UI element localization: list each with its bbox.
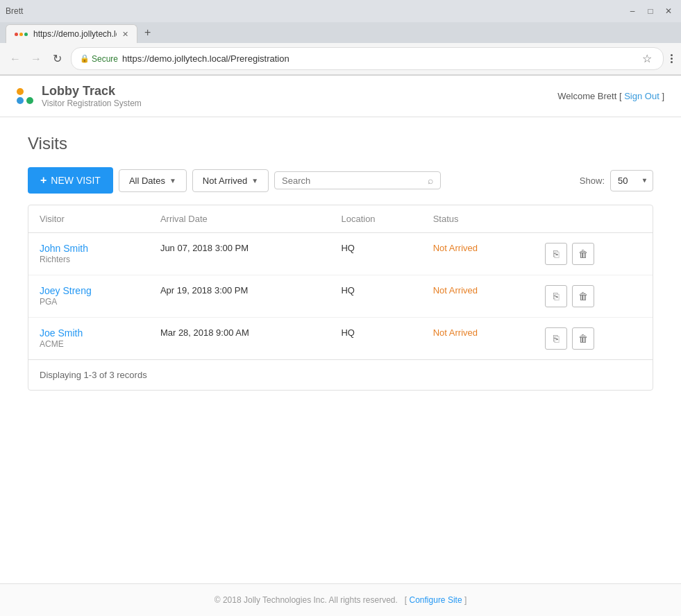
main-content: Visits + NEW VISIT All Dates ▼ Not Arriv… bbox=[0, 117, 681, 583]
location-cell: HQ bbox=[330, 275, 421, 318]
table-row: Joe Smith ACME Mar 28, 2018 9:00 AM HQ N… bbox=[28, 318, 653, 360]
visitor-company: Richters bbox=[40, 255, 70, 264]
col-header-status: Status bbox=[422, 205, 531, 233]
visitor-company: ACME bbox=[40, 339, 64, 349]
page-title: Visits bbox=[28, 134, 653, 153]
delete-button[interactable]: 🗑 bbox=[572, 327, 594, 350]
action-buttons-cell: ⎘ 🗑 bbox=[531, 233, 653, 275]
browser-chrome: Brett – □ ✕ https://demo.jollytech.lo...… bbox=[0, 0, 681, 76]
status-cell: Not Arrived bbox=[422, 275, 531, 318]
visitor-cell: Joey Streng PGA bbox=[28, 275, 149, 318]
tab-favicon bbox=[15, 33, 28, 36]
location-cell: HQ bbox=[330, 318, 421, 360]
secure-badge: 🔒 Secure bbox=[80, 54, 118, 64]
secure-label: Secure bbox=[92, 54, 118, 64]
table-body: John Smith Richters Jun 07, 2018 3:00 PM… bbox=[28, 233, 653, 360]
logo-subtitle: Visitor Registration System bbox=[42, 99, 142, 108]
arrival-date-cell: Apr 19, 2018 3:00 PM bbox=[149, 275, 330, 318]
status-cell: Not Arrived bbox=[422, 318, 531, 360]
plus-icon: + bbox=[40, 174, 47, 187]
table-header-row: Visitor Arrival Date Location Status bbox=[28, 205, 653, 233]
search-icon: ⌕ bbox=[428, 175, 433, 186]
status-badge: Not Arrived bbox=[433, 285, 478, 296]
browser-tab[interactable]: https://demo.jollytech.lo... ✕ bbox=[6, 24, 137, 43]
logo-dot-green bbox=[26, 97, 33, 104]
col-header-arrival-date: Arrival Date bbox=[149, 205, 330, 233]
logo-text: Lobby Track Visitor Registration System bbox=[42, 84, 142, 108]
app-content: Lobby Track Visitor Registration System … bbox=[0, 76, 681, 616]
back-button[interactable]: ← bbox=[6, 49, 25, 69]
table-row: John Smith Richters Jun 07, 2018 3:00 PM… bbox=[28, 233, 653, 275]
toolbar: + NEW VISIT All Dates ▼ Not Arrived ▼ ⌕ … bbox=[28, 167, 653, 194]
search-input[interactable] bbox=[282, 176, 423, 186]
show-select-wrapper: 50 25 100 ▼ bbox=[610, 170, 653, 191]
tab-bar: https://demo.jollytech.lo... ✕ + bbox=[0, 22, 681, 43]
col-header-visitor: Visitor bbox=[28, 205, 149, 233]
logo-title: Lobby Track bbox=[42, 84, 142, 99]
minimize-button[interactable]: – bbox=[625, 4, 639, 18]
copy-button[interactable]: ⎘ bbox=[545, 327, 567, 350]
welcome-suffix: ] bbox=[662, 91, 664, 101]
sign-out-link[interactable]: Sign Out bbox=[624, 91, 659, 101]
visitor-link[interactable]: John Smith bbox=[40, 243, 138, 254]
logo-dot-orange bbox=[17, 88, 24, 95]
chevron-down-icon: ▼ bbox=[169, 177, 176, 185]
address-bar: ← → ↻ 🔒 Secure https://demo.jollytech.lo… bbox=[0, 43, 681, 75]
restore-button[interactable]: □ bbox=[644, 4, 657, 18]
nav-buttons: ← → ↻ bbox=[6, 49, 67, 69]
copy-button[interactable]: ⎘ bbox=[545, 243, 567, 265]
dates-filter-label: All Dates bbox=[129, 176, 165, 186]
delete-button[interactable]: 🗑 bbox=[572, 243, 594, 265]
action-buttons-cell: ⎘ 🗑 bbox=[531, 318, 653, 360]
status-badge: Not Arrived bbox=[433, 243, 478, 253]
chevron-down-icon-status: ▼ bbox=[251, 177, 258, 185]
tab-title: https://demo.jollytech.lo... bbox=[33, 29, 117, 39]
new-tab-button[interactable]: + bbox=[137, 22, 158, 43]
browser-menu-button[interactable] bbox=[668, 51, 675, 66]
status-cell: Not Arrived bbox=[422, 233, 531, 275]
title-bar: Brett – □ ✕ bbox=[0, 0, 681, 22]
tab-close-button[interactable]: ✕ bbox=[122, 30, 128, 39]
search-box[interactable]: ⌕ bbox=[274, 171, 441, 189]
visits-table: Visitor Arrival Date Location Status Joh… bbox=[28, 205, 653, 359]
visitor-company: PGA bbox=[40, 297, 57, 307]
table-row: Joey Streng PGA Apr 19, 2018 3:00 PM HQ … bbox=[28, 275, 653, 318]
lock-icon: 🔒 bbox=[80, 54, 90, 63]
status-filter-label: Not Arrived bbox=[203, 176, 247, 186]
forward-button[interactable]: → bbox=[26, 49, 46, 69]
arrival-date-cell: Mar 28, 2018 9:00 AM bbox=[149, 318, 330, 360]
status-filter-dropdown[interactable]: Not Arrived ▼ bbox=[192, 169, 269, 192]
close-button[interactable]: ✕ bbox=[662, 4, 675, 18]
visits-table-container: Visitor Arrival Date Location Status Joh… bbox=[28, 205, 653, 391]
new-visit-label: NEW VISIT bbox=[51, 175, 101, 186]
copyright-text: © 2018 Jolly Technologies Inc. All right… bbox=[215, 595, 398, 605]
visitor-link[interactable]: Joey Streng bbox=[40, 285, 138, 296]
delete-button[interactable]: 🗑 bbox=[572, 285, 594, 307]
col-header-actions bbox=[531, 205, 653, 233]
bookmark-button[interactable]: ☆ bbox=[639, 51, 655, 67]
copy-button[interactable]: ⎘ bbox=[545, 285, 567, 307]
configure-site-link[interactable]: Configure Site bbox=[410, 595, 462, 605]
address-field[interactable]: 🔒 Secure https://demo.jollytech.local/Pr… bbox=[71, 47, 664, 70]
title-bar-left: Brett bbox=[6, 6, 28, 16]
show-count-select[interactable]: 50 25 100 bbox=[610, 170, 653, 191]
new-visit-button[interactable]: + NEW VISIT bbox=[28, 167, 113, 194]
app-user-welcome: Welcome Brett [ Sign Out ] bbox=[557, 91, 664, 101]
app-header: Lobby Track Visitor Registration System … bbox=[0, 76, 681, 117]
url-text: https://demo.jollytech.local/Preregistra… bbox=[122, 53, 635, 64]
location-cell: HQ bbox=[330, 233, 421, 275]
logo-dot-blue bbox=[17, 97, 24, 104]
app-logo: Lobby Track Visitor Registration System bbox=[17, 84, 142, 108]
dates-filter-dropdown[interactable]: All Dates ▼ bbox=[119, 169, 187, 192]
arrival-date-cell: Jun 07, 2018 3:00 PM bbox=[149, 233, 330, 275]
visitor-cell: John Smith Richters bbox=[28, 233, 149, 275]
status-badge: Not Arrived bbox=[433, 327, 478, 338]
logo-dots bbox=[17, 88, 33, 104]
refresh-button[interactable]: ↻ bbox=[47, 49, 67, 69]
visitor-link[interactable]: Joe Smith bbox=[40, 327, 138, 339]
address-actions bbox=[668, 51, 675, 66]
action-buttons-cell: ⎘ 🗑 bbox=[531, 275, 653, 318]
col-header-location: Location bbox=[330, 205, 421, 233]
window-controls: – □ ✕ bbox=[625, 4, 675, 18]
table-footer: Displaying 1-3 of 3 records bbox=[28, 359, 653, 390]
